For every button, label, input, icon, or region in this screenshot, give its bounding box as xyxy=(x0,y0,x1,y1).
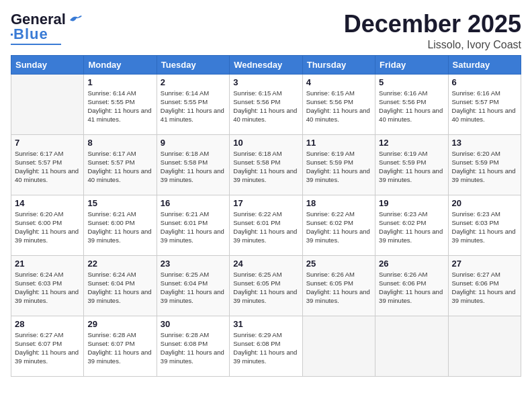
day-info: Sunrise: 6:23 AM Sunset: 6:03 PM Dayligh… xyxy=(452,210,517,245)
calendar-cell: 16Sunrise: 6:21 AM Sunset: 6:01 PM Dayli… xyxy=(157,195,229,255)
day-number: 13 xyxy=(452,138,517,148)
day-info: Sunrise: 6:21 AM Sunset: 6:01 PM Dayligh… xyxy=(161,210,226,245)
calendar-cell: 15Sunrise: 6:21 AM Sunset: 6:00 PM Dayli… xyxy=(84,195,157,255)
day-info: Sunrise: 6:21 AM Sunset: 6:00 PM Dayligh… xyxy=(87,210,152,245)
calendar-cell: 12Sunrise: 6:19 AM Sunset: 5:59 PM Dayli… xyxy=(375,134,448,195)
calendar-cell: 27Sunrise: 6:27 AM Sunset: 6:06 PM Dayli… xyxy=(448,255,521,316)
day-info: Sunrise: 6:15 AM Sunset: 5:56 PM Dayligh… xyxy=(306,89,371,124)
calendar-cell: 18Sunrise: 6:22 AM Sunset: 6:02 PM Dayli… xyxy=(302,195,375,255)
day-number: 20 xyxy=(452,198,517,208)
day-number: 19 xyxy=(379,198,444,208)
day-number: 18 xyxy=(306,198,371,208)
day-number: 1 xyxy=(87,77,152,87)
day-header-sunday: Sunday xyxy=(11,55,84,74)
month-title: December 2025 xyxy=(344,11,521,38)
calendar-cell: 14Sunrise: 6:20 AM Sunset: 6:00 PM Dayli… xyxy=(11,195,84,255)
calendar-cell: 7Sunrise: 6:17 AM Sunset: 5:57 PM Daylig… xyxy=(11,134,84,195)
calendar-cell: 5Sunrise: 6:16 AM Sunset: 5:56 PM Daylig… xyxy=(375,74,448,134)
day-info: Sunrise: 6:19 AM Sunset: 5:59 PM Dayligh… xyxy=(306,149,371,185)
day-number: 26 xyxy=(379,259,444,269)
day-number: 10 xyxy=(233,138,298,148)
calendar-cell: 20Sunrise: 6:23 AM Sunset: 6:03 PM Dayli… xyxy=(448,195,521,255)
day-number: 11 xyxy=(306,138,371,148)
day-number: 7 xyxy=(15,138,80,148)
calendar-cell: 8Sunrise: 6:17 AM Sunset: 5:57 PM Daylig… xyxy=(84,134,157,195)
calendar-cell: 23Sunrise: 6:25 AM Sunset: 6:04 PM Dayli… xyxy=(157,255,229,316)
day-number: 28 xyxy=(15,319,80,329)
day-header-saturday: Saturday xyxy=(448,55,521,74)
day-number: 30 xyxy=(161,319,226,329)
day-info: Sunrise: 6:28 AM Sunset: 6:08 PM Dayligh… xyxy=(161,330,226,366)
day-info: Sunrise: 6:14 AM Sunset: 5:55 PM Dayligh… xyxy=(87,89,152,124)
day-info: Sunrise: 6:19 AM Sunset: 5:59 PM Dayligh… xyxy=(379,149,444,185)
day-number: 15 xyxy=(87,198,152,208)
day-info: Sunrise: 6:25 AM Sunset: 6:05 PM Dayligh… xyxy=(233,270,298,306)
day-number: 17 xyxy=(233,198,298,208)
calendar-cell: 1Sunrise: 6:14 AM Sunset: 5:55 PM Daylig… xyxy=(84,74,157,134)
day-header-thursday: Thursday xyxy=(302,55,375,74)
day-info: Sunrise: 6:29 AM Sunset: 6:08 PM Dayligh… xyxy=(233,330,298,366)
calendar-cell: 29Sunrise: 6:28 AM Sunset: 6:07 PM Dayli… xyxy=(84,316,157,376)
calendar-cell: 26Sunrise: 6:26 AM Sunset: 6:06 PM Dayli… xyxy=(375,255,448,316)
day-info: Sunrise: 6:26 AM Sunset: 6:06 PM Dayligh… xyxy=(379,270,444,306)
day-info: Sunrise: 6:25 AM Sunset: 6:04 PM Dayligh… xyxy=(161,270,226,306)
calendar-cell: 2Sunrise: 6:14 AM Sunset: 5:55 PM Daylig… xyxy=(157,74,229,134)
day-info: Sunrise: 6:28 AM Sunset: 6:07 PM Dayligh… xyxy=(87,330,152,366)
day-info: Sunrise: 6:14 AM Sunset: 5:55 PM Dayligh… xyxy=(161,89,226,124)
calendar-cell: 6Sunrise: 6:16 AM Sunset: 5:57 PM Daylig… xyxy=(448,74,521,134)
calendar-cell: 25Sunrise: 6:26 AM Sunset: 6:05 PM Dayli… xyxy=(302,255,375,316)
day-number: 4 xyxy=(306,77,371,87)
day-number: 8 xyxy=(87,138,152,148)
calendar-cell xyxy=(302,316,375,376)
day-number: 6 xyxy=(452,77,517,87)
day-number: 29 xyxy=(87,319,152,329)
day-number: 5 xyxy=(379,77,444,87)
day-info: Sunrise: 6:27 AM Sunset: 6:07 PM Dayligh… xyxy=(15,330,80,366)
day-header-wednesday: Wednesday xyxy=(230,55,302,74)
day-info: Sunrise: 6:17 AM Sunset: 5:57 PM Dayligh… xyxy=(15,149,80,185)
day-info: Sunrise: 6:15 AM Sunset: 5:56 PM Dayligh… xyxy=(233,89,298,124)
day-number: 12 xyxy=(379,138,444,148)
calendar-cell: 21Sunrise: 6:24 AM Sunset: 6:03 PM Dayli… xyxy=(11,255,84,316)
calendar-cell: 22Sunrise: 6:24 AM Sunset: 6:04 PM Dayli… xyxy=(84,255,157,316)
logo: General Blue xyxy=(11,11,83,45)
logo-blue: Blue xyxy=(13,26,48,43)
day-number: 16 xyxy=(161,198,226,208)
logo-underline xyxy=(11,44,61,45)
calendar-cell xyxy=(11,74,84,134)
day-header-monday: Monday xyxy=(84,55,157,74)
day-number: 2 xyxy=(161,77,226,87)
day-info: Sunrise: 6:27 AM Sunset: 6:06 PM Dayligh… xyxy=(452,270,517,306)
page-header: General Blue December 2025 Lissolo, Ivor… xyxy=(11,11,521,51)
day-number: 23 xyxy=(161,259,226,269)
day-header-tuesday: Tuesday xyxy=(157,55,229,74)
calendar-cell xyxy=(375,316,448,376)
day-number: 9 xyxy=(161,138,226,148)
day-info: Sunrise: 6:26 AM Sunset: 6:05 PM Dayligh… xyxy=(306,270,371,306)
day-number: 3 xyxy=(233,77,298,87)
day-number: 31 xyxy=(233,319,298,329)
day-info: Sunrise: 6:23 AM Sunset: 6:02 PM Dayligh… xyxy=(379,210,444,245)
day-number: 24 xyxy=(233,259,298,269)
day-number: 21 xyxy=(15,259,80,269)
day-info: Sunrise: 6:22 AM Sunset: 6:01 PM Dayligh… xyxy=(233,210,298,245)
day-info: Sunrise: 6:18 AM Sunset: 5:58 PM Dayligh… xyxy=(233,149,298,185)
calendar-cell: 31Sunrise: 6:29 AM Sunset: 6:08 PM Dayli… xyxy=(230,316,302,376)
calendar-cell: 3Sunrise: 6:15 AM Sunset: 5:56 PM Daylig… xyxy=(230,74,302,134)
day-info: Sunrise: 6:18 AM Sunset: 5:58 PM Dayligh… xyxy=(161,149,226,185)
day-info: Sunrise: 6:16 AM Sunset: 5:56 PM Dayligh… xyxy=(379,89,444,124)
day-number: 14 xyxy=(15,198,80,208)
calendar-cell: 11Sunrise: 6:19 AM Sunset: 5:59 PM Dayli… xyxy=(302,134,375,195)
day-header-friday: Friday xyxy=(375,55,448,74)
calendar-cell: 28Sunrise: 6:27 AM Sunset: 6:07 PM Dayli… xyxy=(11,316,84,376)
calendar-table: SundayMondayTuesdayWednesdayThursdayFrid… xyxy=(11,55,521,377)
day-info: Sunrise: 6:22 AM Sunset: 6:02 PM Dayligh… xyxy=(306,210,371,245)
day-info: Sunrise: 6:24 AM Sunset: 6:04 PM Dayligh… xyxy=(87,270,152,306)
day-number: 25 xyxy=(306,259,371,269)
calendar-cell: 24Sunrise: 6:25 AM Sunset: 6:05 PM Dayli… xyxy=(230,255,302,316)
calendar-cell: 10Sunrise: 6:18 AM Sunset: 5:58 PM Dayli… xyxy=(230,134,302,195)
calendar-cell: 17Sunrise: 6:22 AM Sunset: 6:01 PM Dayli… xyxy=(230,195,302,255)
calendar-cell: 13Sunrise: 6:20 AM Sunset: 5:59 PM Dayli… xyxy=(448,134,521,195)
calendar-cell: 9Sunrise: 6:18 AM Sunset: 5:58 PM Daylig… xyxy=(157,134,229,195)
day-number: 22 xyxy=(87,259,152,269)
